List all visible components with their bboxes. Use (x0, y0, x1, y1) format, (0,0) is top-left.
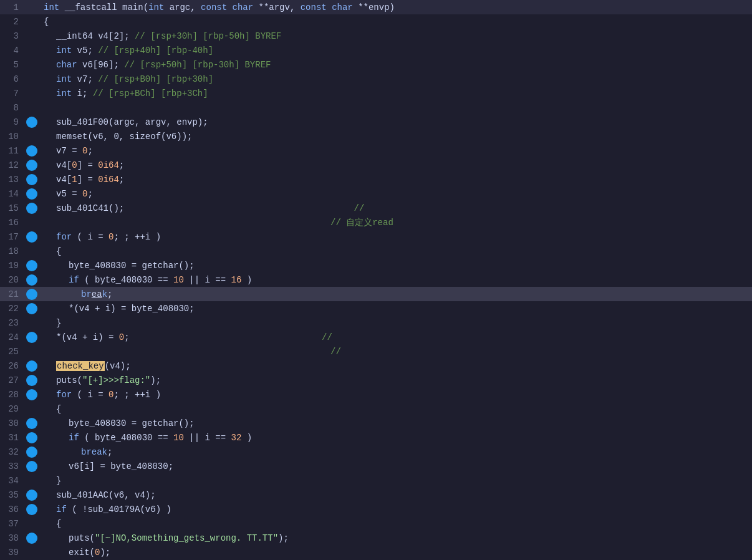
line-number: 8 (0, 103, 26, 113)
line-number: 38 (0, 533, 26, 543)
breakpoint-dot[interactable] (26, 260, 37, 271)
table-row: 1int __fastcall main(int argc, const cha… (0, 0, 752, 14)
table-row: 23} (0, 316, 752, 330)
table-row: 31if ( byte_408030 == 10 || i == 32 ) (0, 430, 752, 445)
code-text: } (40, 476, 752, 486)
code-text: { (40, 519, 752, 529)
breakpoint-dot[interactable] (26, 375, 37, 386)
breakpoint-dot[interactable] (26, 203, 37, 214)
breakpoint-dot[interactable] (26, 303, 37, 314)
table-row: 2{ (0, 14, 752, 29)
line-number: 36 (0, 504, 26, 514)
breakpoint-dot[interactable] (26, 432, 37, 443)
breakpoint-dot[interactable] (26, 274, 37, 286)
code-text: *(v4 + i) = 0; // (40, 332, 752, 342)
table-row: 10memset(v6, 0, sizeof(v6)); (0, 129, 752, 143)
line-number: 13 (0, 175, 26, 185)
line-number: 22 (0, 304, 26, 314)
line-number: 3 (0, 31, 26, 41)
table-row: 8 (0, 100, 752, 115)
table-row: 34} (0, 473, 752, 488)
line-number: 34 (0, 476, 26, 486)
table-row: 20if ( byte_408030 == 10 || i == 16 ) (0, 273, 752, 287)
code-text: check_key(v4); (40, 361, 752, 371)
breakpoint-dot[interactable] (26, 160, 37, 171)
table-row: 17for ( i = 0; ; ++i ) (0, 229, 752, 244)
breakpoint-dot[interactable] (26, 145, 37, 157)
breakpoint-dot[interactable] (26, 289, 37, 300)
line-number: 25 (0, 347, 26, 357)
breakpoint-dot[interactable] (26, 231, 37, 243)
code-text: v6[i] = byte_408030; (40, 461, 752, 471)
breakpoint-dot[interactable] (26, 117, 37, 128)
code-text: memset(v6, 0, sizeof(v6)); (40, 132, 752, 142)
code-text: // 自定义read (40, 217, 752, 228)
line-number: 9 (0, 117, 26, 127)
table-row: 37{ (0, 516, 752, 531)
line-number: 7 (0, 89, 26, 99)
breakpoint-dot[interactable] (26, 461, 37, 472)
table-row: 21break; (0, 287, 752, 301)
code-text: // (40, 347, 752, 357)
breakpoint-dot[interactable] (26, 504, 37, 515)
code-text: sub_401C41(); // (40, 203, 752, 213)
line-number: 2 (0, 17, 26, 27)
line-number: 17 (0, 232, 26, 242)
breakpoint-dot[interactable] (26, 490, 37, 501)
breakpoint-dot[interactable] (26, 188, 37, 200)
breakpoint-dot[interactable] (26, 389, 37, 400)
code-text: puts("[~]NO,Something_gets_wrong. TT.TT"… (40, 533, 752, 543)
code-text: char v6[96]; // [rsp+50h] [rbp-30h] BYRE… (40, 60, 752, 70)
table-row: 26check_key(v4); (0, 359, 752, 373)
table-row: 29{ (0, 402, 752, 416)
code-text: break; (40, 289, 752, 299)
code-text: v4[1] = 0i64; (40, 175, 752, 185)
table-row: 19byte_408030 = getchar(); (0, 258, 752, 273)
line-number: 26 (0, 361, 26, 371)
line-number: 6 (0, 74, 26, 84)
breakpoint-dot[interactable] (26, 332, 37, 343)
code-text: sub_401F00(argc, argv, envp); (40, 117, 752, 127)
line-number: 11 (0, 146, 26, 156)
table-row: 18{ (0, 244, 752, 258)
line-number: 5 (0, 60, 26, 70)
code-text: { (40, 17, 752, 27)
breakpoint-dot[interactable] (26, 533, 37, 544)
line-number: 12 (0, 160, 26, 170)
line-number: 39 (0, 548, 26, 558)
breakpoint-dot[interactable] (26, 447, 37, 458)
code-text: *(v4 + i) = byte_408030; (40, 304, 752, 314)
table-row: 25 // (0, 344, 752, 359)
line-number: 30 (0, 418, 26, 428)
table-row: 6int v7; // [rsp+B0h] [rbp+30h] (0, 72, 752, 86)
code-text: int i; // [rsp+BCh] [rbp+3Ch] (40, 89, 752, 99)
line-number: 15 (0, 203, 26, 213)
code-text: int __fastcall main(int argc, const char… (40, 2, 752, 12)
code-text: v7 = 0; (40, 146, 752, 156)
table-row: 16// 自定义read (0, 215, 752, 229)
code-text: if ( !sub_40179A(v6) ) (40, 504, 752, 514)
table-row: 28for ( i = 0; ; ++i ) (0, 387, 752, 402)
table-row: 14v5 = 0; (0, 186, 752, 201)
line-number: 37 (0, 519, 26, 529)
breakpoint-dot[interactable] (26, 418, 37, 429)
table-row: 9sub_401F00(argc, argv, envp); (0, 115, 752, 129)
table-row: 30byte_408030 = getchar(); (0, 416, 752, 430)
code-text: v4[0] = 0i64; (40, 160, 752, 170)
line-number: 23 (0, 318, 26, 328)
breakpoint-dot[interactable] (26, 360, 37, 372)
line-number: 33 (0, 461, 26, 471)
line-number: 18 (0, 246, 26, 256)
breakpoint-dot[interactable] (26, 174, 37, 185)
table-row: 13v4[1] = 0i64; (0, 172, 752, 186)
table-row: 27puts("[+]>>>flag:"); (0, 373, 752, 387)
line-number: 24 (0, 332, 26, 342)
table-row: 22*(v4 + i) = byte_408030; (0, 301, 752, 316)
code-text: v5 = 0; (40, 189, 752, 199)
line-number: 27 (0, 375, 26, 385)
code-text: break; (40, 447, 752, 457)
code-text: if ( byte_408030 == 10 || i == 32 ) (40, 433, 752, 443)
code-text: if ( byte_408030 == 10 || i == 16 ) (40, 275, 752, 285)
line-number: 1 (0, 2, 26, 12)
code-text: puts("[+]>>>flag:"); (40, 375, 752, 385)
